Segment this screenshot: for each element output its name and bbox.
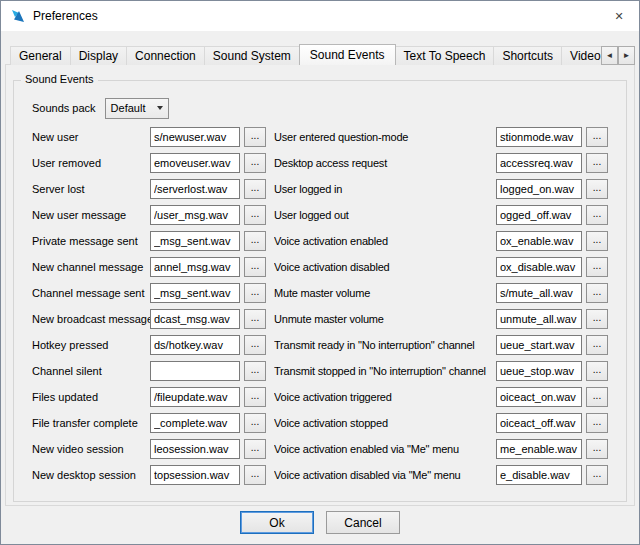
private-message-sent-input[interactable] [150, 231, 240, 251]
unmute-master-volume-browse-button[interactable]: ... [586, 309, 608, 329]
channel-message-sent-label: Channel message sent [32, 287, 150, 299]
groupbox-title: Sound Events [21, 73, 98, 85]
new-desktop-session-browse-button[interactable]: ... [244, 465, 266, 485]
sound-event-row: Voice activation enabled... [274, 228, 614, 254]
tab-scroll-left-button[interactable]: ◄ [601, 46, 618, 65]
voice-activation-disabled-browse-button[interactable]: ... [586, 257, 608, 277]
sound-events-group: Sound Events Sounds pack Default New use… [13, 80, 627, 502]
mute-master-volume-browse-button[interactable]: ... [586, 283, 608, 303]
footer: Ok Cancel [1, 511, 639, 534]
user-entered-question-mode-browse-button[interactable]: ... [586, 127, 608, 147]
sound-event-row: User entered question-mode... [274, 124, 614, 150]
mute-master-volume-input[interactable] [496, 283, 582, 303]
user-removed-input[interactable] [150, 153, 240, 173]
transmit-stopped-in-no-interruption-channel-input[interactable] [496, 361, 582, 381]
sound-event-row: Server lost... [32, 176, 278, 202]
unmute-master-volume-input[interactable] [496, 309, 582, 329]
tab-scroll: ◄ ► [601, 46, 635, 65]
channel-message-sent-browse-button[interactable]: ... [244, 283, 266, 303]
app-icon [10, 8, 26, 24]
sound-event-row: Transmit ready in "No interruption" chan… [274, 332, 614, 358]
hotkey-pressed-browse-button[interactable]: ... [244, 335, 266, 355]
private-message-sent-browse-button[interactable]: ... [244, 231, 266, 251]
user-logged-out-label: User logged out [274, 209, 496, 221]
unmute-master-volume-label: Unmute master volume [274, 313, 496, 325]
new-video-session-input[interactable] [150, 439, 240, 459]
user-logged-in-browse-button[interactable]: ... [586, 179, 608, 199]
sound-event-row: New broadcast message... [32, 306, 278, 332]
channel-silent-input[interactable] [150, 361, 240, 381]
user-removed-browse-button[interactable]: ... [244, 153, 266, 173]
sounds-pack-value: Default [111, 102, 146, 114]
close-icon: ✕ [614, 10, 623, 22]
voice-activation-disabled-via-me-menu-input[interactable] [496, 465, 582, 485]
server-lost-browse-button[interactable]: ... [244, 179, 266, 199]
tab-sound-system[interactable]: Sound System [204, 46, 300, 65]
desktop-access-request-input[interactable] [496, 153, 582, 173]
tab-video[interactable]: Video [561, 46, 601, 65]
user-entered-question-mode-label: User entered question-mode [274, 131, 496, 143]
voice-activation-triggered-browse-button[interactable]: ... [586, 387, 608, 407]
sound-event-row: New channel message... [32, 254, 278, 280]
channel-silent-browse-button[interactable]: ... [244, 361, 266, 381]
voice-activation-triggered-input[interactable] [496, 387, 582, 407]
new-broadcast-message-input[interactable] [150, 309, 240, 329]
voice-activation-enabled-via-me-menu-input[interactable] [496, 439, 582, 459]
new-user-message-browse-button[interactable]: ... [244, 205, 266, 225]
transmit-ready-in-no-interruption-channel-input[interactable] [496, 335, 582, 355]
voice-activation-enabled-browse-button[interactable]: ... [586, 231, 608, 251]
server-lost-input[interactable] [150, 179, 240, 199]
channel-message-sent-input[interactable] [150, 283, 240, 303]
sounds-pack-select[interactable]: Default [105, 98, 169, 119]
new-video-session-label: New video session [32, 443, 150, 455]
files-updated-browse-button[interactable]: ... [244, 387, 266, 407]
sound-event-row: New desktop session... [32, 462, 278, 488]
voice-activation-enabled-via-me-menu-browse-button[interactable]: ... [586, 439, 608, 459]
voice-activation-enabled-input[interactable] [496, 231, 582, 251]
user-logged-out-browse-button[interactable]: ... [586, 205, 608, 225]
new-user-input[interactable] [150, 127, 240, 147]
new-desktop-session-input[interactable] [150, 465, 240, 485]
sound-event-row: Files updated... [32, 384, 278, 410]
channel-silent-label: Channel silent [32, 365, 150, 377]
new-broadcast-message-browse-button[interactable]: ... [244, 309, 266, 329]
ok-button[interactable]: Ok [240, 511, 314, 534]
user-logged-in-input[interactable] [496, 179, 582, 199]
file-transfer-complete-label: File transfer complete [32, 417, 150, 429]
files-updated-input[interactable] [150, 387, 240, 407]
new-user-message-input[interactable] [150, 205, 240, 225]
new-channel-message-browse-button[interactable]: ... [244, 257, 266, 277]
tab-sound-events[interactable]: Sound Events [299, 44, 396, 65]
hotkey-pressed-input[interactable] [150, 335, 240, 355]
file-transfer-complete-input[interactable] [150, 413, 240, 433]
user-entered-question-mode-input[interactable] [496, 127, 582, 147]
sound-event-row: Voice activation disabled via "Me" menu.… [274, 462, 614, 488]
new-video-session-browse-button[interactable]: ... [244, 439, 266, 459]
voice-activation-disabled-input[interactable] [496, 257, 582, 277]
transmit-stopped-in-no-interruption-channel-browse-button[interactable]: ... [586, 361, 608, 381]
close-button[interactable]: ✕ [599, 1, 639, 31]
tab-text-to-speech[interactable]: Text To Speech [395, 46, 495, 65]
sound-event-row: File transfer complete... [32, 410, 278, 436]
new-channel-message-input[interactable] [150, 257, 240, 277]
tab-connection[interactable]: Connection [126, 46, 205, 65]
new-channel-message-label: New channel message [32, 261, 150, 273]
user-logged-out-input[interactable] [496, 205, 582, 225]
cancel-button[interactable]: Cancel [326, 511, 400, 534]
voice-activation-stopped-browse-button[interactable]: ... [586, 413, 608, 433]
tab-shortcuts[interactable]: Shortcuts [493, 46, 562, 65]
new-user-browse-button[interactable]: ... [244, 127, 266, 147]
tab-general[interactable]: General [10, 46, 71, 65]
window-title: Preferences [33, 9, 98, 23]
desktop-access-request-browse-button[interactable]: ... [586, 153, 608, 173]
transmit-ready-in-no-interruption-channel-browse-button[interactable]: ... [586, 335, 608, 355]
sound-event-row: New user message... [32, 202, 278, 228]
voice-activation-stopped-input[interactable] [496, 413, 582, 433]
voice-activation-disabled-via-me-menu-browse-button[interactable]: ... [586, 465, 608, 485]
sound-event-row: User removed... [32, 150, 278, 176]
sound-event-row: Transmit stopped in "No interruption" ch… [274, 358, 614, 384]
tab-scroll-right-button[interactable]: ► [618, 46, 635, 65]
tab-display[interactable]: Display [70, 46, 127, 65]
file-transfer-complete-browse-button[interactable]: ... [244, 413, 266, 433]
server-lost-label: Server lost [32, 183, 150, 195]
